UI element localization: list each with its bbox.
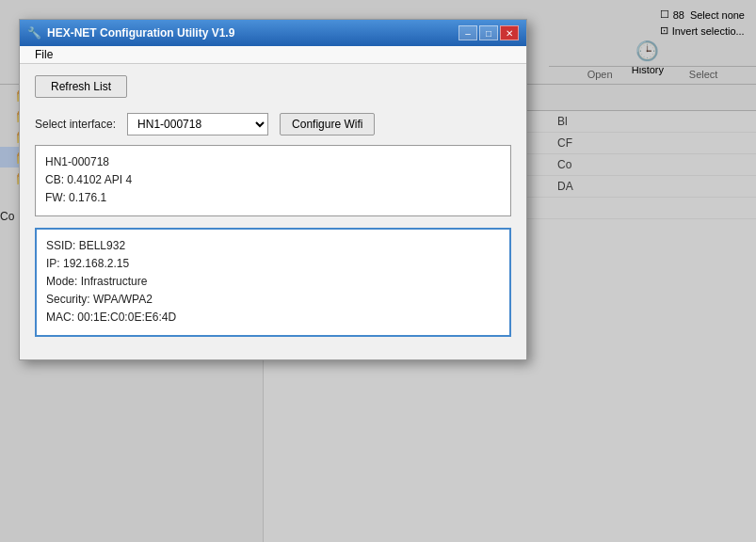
device-info-line1: HN1-000718 — [45, 153, 501, 171]
file-menu-item[interactable]: File — [27, 46, 60, 63]
select-interface-row: Select interface: HN1-000718 Configure W… — [35, 113, 511, 136]
device-info-box: HN1-000718 CB: 0.4102 API 4 FW: 0.176.1 — [35, 145, 511, 216]
wifi-mode: Mode: Infrastructure — [46, 273, 500, 291]
wifi-ip: IP: 192.168.2.15 — [46, 255, 500, 273]
dialog-body: Refresh List Select interface: HN1-00071… — [20, 64, 526, 359]
dialog-title-left: 🔧 HEX-NET Configuration Utility V1.9 — [27, 26, 234, 40]
interface-select[interactable]: HN1-000718 — [127, 113, 268, 136]
wifi-security: Security: WPA/WPA2 — [46, 291, 500, 309]
minimize-button[interactable]: – — [458, 25, 477, 40]
dialog-menu: File — [20, 46, 526, 64]
wifi-mac: MAC: 00:1E:C0:0E:E6:4D — [46, 309, 500, 327]
device-info-line2: CB: 0.4102 API 4 — [45, 171, 501, 189]
hex-net-dialog: 🔧 HEX-NET Configuration Utility V1.9 – □… — [19, 19, 527, 360]
device-info-line3: FW: 0.176.1 — [45, 189, 501, 207]
dialog-title-text: HEX-NET Configuration Utility V1.9 — [47, 26, 234, 40]
maximize-button[interactable]: □ — [479, 25, 498, 40]
refresh-list-button[interactable]: Refresh List — [35, 75, 127, 98]
configure-wifi-button[interactable]: Configure Wifi — [280, 113, 375, 136]
dialog-titlebar: 🔧 HEX-NET Configuration Utility V1.9 – □… — [20, 20, 526, 46]
close-button[interactable]: ✕ — [500, 25, 519, 40]
select-interface-label: Select interface: — [35, 118, 116, 131]
wifi-ssid: SSID: BELL932 — [46, 237, 500, 255]
dialog-controls: – □ ✕ — [458, 25, 519, 40]
refresh-btn-area: Refresh List — [35, 75, 511, 98]
dialog-title-icon: 🔧 — [27, 26, 41, 40]
wifi-info-box[interactable]: SSID: BELL932 IP: 192.168.2.15 Mode: Inf… — [35, 228, 511, 337]
